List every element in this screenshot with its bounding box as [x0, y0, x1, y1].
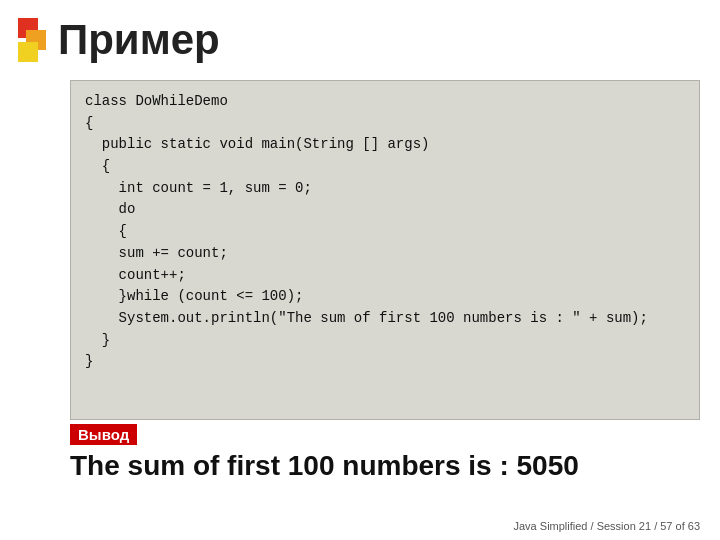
output-text: The sum of first 100 numbers is : 5050	[70, 450, 579, 482]
output-label: Вывод	[70, 424, 137, 445]
page-title: Пример	[58, 16, 220, 64]
deco-yellow-block	[18, 42, 38, 62]
code-block: class DoWhileDemo { public static void m…	[70, 80, 700, 420]
code-content: class DoWhileDemo { public static void m…	[85, 91, 685, 373]
footer-text: Java Simplified / Session 21 / 57 of 63	[514, 520, 701, 532]
decorative-blocks	[18, 18, 46, 88]
